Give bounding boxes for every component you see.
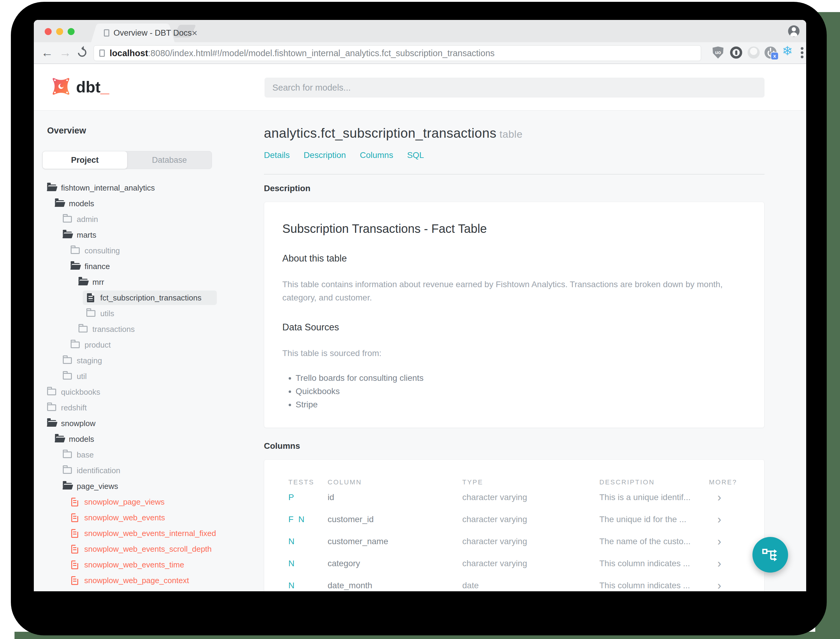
tree-item[interactable]: finance (34, 259, 245, 274)
tree-item[interactable]: redshift (34, 400, 245, 415)
table-row[interactable]: N date_month date This column indicates … (288, 574, 740, 591)
table-row[interactable]: N category character varying This column… (288, 552, 740, 574)
tree-item-label: snowplow_page_views (84, 498, 165, 507)
ublock-shield-icon[interactable]: uo (713, 46, 724, 59)
tree-item[interactable]: consulting (34, 243, 245, 259)
expand-chevron-icon[interactable]: › (709, 536, 740, 547)
column-name: customer_name (328, 537, 462, 546)
tree-item-label: consulting (84, 246, 120, 256)
folder-open-icon (71, 263, 80, 270)
tree-item[interactable]: transactions (34, 321, 245, 337)
reload-button[interactable] (76, 46, 88, 58)
page-icon (99, 49, 105, 57)
tree-item[interactable]: snowplow (34, 415, 245, 431)
tree-item[interactable]: models (34, 196, 245, 211)
table-row[interactable]: P id character varying This is a unique … (288, 486, 740, 508)
model-file-icon (71, 576, 78, 585)
lineage-graph-button[interactable] (753, 537, 788, 572)
tab-close-icon[interactable]: × (192, 28, 197, 38)
tree-item[interactable]: snowplow_web_events_scroll_depth (34, 541, 245, 557)
expand-chevron-icon[interactable]: › (709, 514, 740, 525)
sources-intro: This table is sourced from: (282, 347, 729, 360)
tree-item[interactable]: utils (34, 305, 245, 321)
tree-item[interactable]: snowplow_web_events_time (34, 557, 245, 572)
zoom-window-button[interactable] (68, 28, 75, 35)
dbt-wordmark: dbt_ (76, 78, 109, 96)
expand-chevron-icon[interactable]: › (709, 580, 740, 591)
tree-item[interactable]: mrr (34, 274, 245, 290)
tree-item-label: finance (84, 262, 110, 271)
column-header: COLUMN (328, 478, 462, 486)
faded-circle-icon[interactable] (748, 46, 760, 59)
tree-item[interactable]: snowplow_web_page_context (34, 572, 245, 588)
tree-item-label: base (77, 450, 94, 459)
column-header: TYPE (462, 478, 599, 486)
tree-item[interactable]: snowplow_web_events_internal_fixed (34, 525, 245, 541)
browser-titlebar: Overview - DBT Docs × (34, 20, 806, 42)
tree-item[interactable]: product (34, 337, 245, 353)
tree-item[interactable]: identification (34, 463, 245, 478)
tree-item[interactable]: fct_subscription_transactions (83, 291, 217, 305)
columns-table-body: P id character varying This is a unique … (288, 486, 740, 591)
description-section-heading: Description (264, 184, 764, 193)
column-description: This column indicates ... (599, 581, 709, 590)
column-name: date_month (328, 581, 462, 590)
app-content: Overview Project Database fishtown_inter… (34, 111, 806, 591)
close-window-button[interactable] (45, 28, 52, 35)
anchor-link[interactable]: Details (264, 150, 290, 160)
folder-closed-icon (86, 310, 95, 317)
minimize-window-button[interactable] (56, 28, 63, 35)
tab-database[interactable]: Database (127, 151, 212, 169)
column-type: character varying (462, 493, 599, 502)
forward-button[interactable]: → (59, 45, 71, 60)
tree-item[interactable]: staging (34, 353, 245, 369)
onepassword-icon[interactable] (730, 46, 742, 59)
url-host: localhost (110, 48, 148, 58)
tree-item-label: snowplow_web_events (84, 513, 165, 523)
tree-item[interactable]: admin (34, 211, 245, 227)
model-file-icon (71, 498, 78, 506)
browser-tab[interactable]: Overview - DBT Docs × (98, 24, 167, 42)
tree-item[interactable]: page_views (34, 478, 245, 494)
expand-chevron-icon[interactable]: › (709, 558, 740, 569)
tree-item[interactable]: snowplow_web_events (34, 510, 245, 525)
tree-item-label: snowplow_web_events_time (84, 560, 184, 569)
address-bar[interactable]: localhost:8080/index.html#!/model/model.… (94, 45, 701, 61)
back-button[interactable]: ← (41, 45, 53, 60)
tree-item[interactable]: fishtown_internal_analytics (34, 180, 245, 196)
search-input[interactable] (265, 78, 764, 97)
folder-closed-icon (47, 404, 56, 411)
tests-badge: P (288, 493, 328, 502)
snowflake-icon[interactable]: ❄ (782, 45, 792, 57)
column-type: character varying (462, 515, 599, 524)
folder-closed-icon (63, 216, 72, 223)
folder-open-icon (47, 184, 56, 191)
tree-item-label: snowplow_web_events_scroll_depth (84, 544, 212, 554)
tree-item[interactable]: quickbooks (34, 384, 245, 400)
anchor-link[interactable]: SQL (407, 150, 424, 160)
tree-item[interactable]: snowplow_page_views (34, 494, 245, 510)
ublock-label: uo (715, 50, 721, 55)
table-row[interactable]: F N customer_id character varying The un… (288, 508, 740, 530)
anchor-link[interactable]: Description (304, 150, 346, 160)
tree-item-label: fct_subscription_transactions (100, 293, 202, 303)
profile-avatar-icon[interactable] (788, 25, 800, 37)
dbt-logo-icon[interactable] (51, 76, 71, 98)
expand-chevron-icon[interactable]: › (709, 492, 740, 503)
sidebar-title: Overview (47, 126, 86, 135)
model-file-icon (71, 545, 78, 553)
overflow-menu-icon[interactable] (801, 47, 803, 50)
tree-item[interactable]: base (34, 447, 245, 463)
tree-item[interactable]: models (34, 431, 245, 447)
table-row[interactable]: N customer_name character varying The na… (288, 530, 740, 552)
tree-item-label: mrr (92, 278, 104, 287)
folder-closed-icon (78, 326, 87, 332)
about-text: This table contains information about re… (282, 278, 729, 304)
power-x-badge: x (770, 52, 779, 60)
tab-project[interactable]: Project (43, 151, 127, 169)
tests-badge: N (288, 559, 328, 568)
anchor-link[interactable]: Columns (360, 150, 393, 160)
tree-item-label: identification (77, 466, 121, 475)
tree-item[interactable]: util (34, 369, 245, 384)
tree-item[interactable]: marts (34, 227, 245, 243)
